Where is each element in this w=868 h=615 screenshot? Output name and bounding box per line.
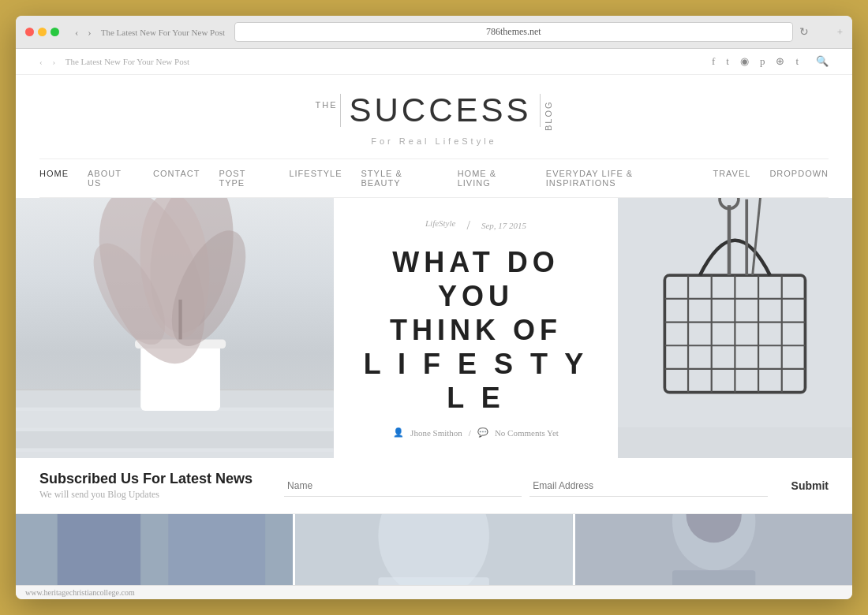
thumbnail-1[interactable] — [16, 514, 293, 585]
refresh-button[interactable]: ↻ — [799, 25, 809, 39]
svg-rect-3 — [16, 411, 334, 428]
breadcrumb-forward[interactable]: › — [52, 57, 55, 66]
svg-rect-15 — [618, 427, 852, 458]
search-icon[interactable]: 🔍 — [816, 55, 829, 68]
comment-icon: 💬 — [477, 427, 488, 438]
newsletter-subtitle: We will send you Blog Updates — [39, 489, 253, 501]
svg-rect-4 — [16, 431, 334, 449]
browser-nav: ‹ › — [72, 24, 95, 40]
logo-success: SUCCESS — [340, 94, 540, 127]
hero-category: LifeStyle — [425, 218, 456, 228]
svg-point-34 — [379, 514, 490, 585]
newsletter-submit-button[interactable]: Submit — [791, 479, 829, 492]
maximize-dot[interactable] — [51, 28, 59, 36]
nav-style-beauty[interactable]: STYLE & BEAUTY — [361, 169, 438, 188]
close-dot[interactable] — [25, 28, 34, 36]
pinterest-icon[interactable]: p — [760, 55, 765, 68]
newsletter-section: Subscribed Us For Latest News We will se… — [16, 458, 852, 514]
thumbnails-section — [16, 514, 852, 585]
hero-author: Jhone Smithon — [410, 428, 462, 438]
newsletter-title: Subscribed Us For Latest News — [39, 471, 253, 487]
nav-post-type[interactable]: POST TYPE — [219, 169, 270, 188]
status-url: www.heritagechristiancollege.com — [25, 588, 135, 597]
hero-sep2: / — [469, 428, 471, 438]
instagram-icon[interactable]: ◉ — [740, 55, 749, 68]
back-button[interactable]: ‹ — [72, 24, 81, 40]
hero-meta-top: LifeStyle / Sep, 17 2015 — [425, 218, 526, 233]
newsletter-email-input[interactable] — [529, 475, 767, 497]
hero-title-line2: THINK OF — [350, 313, 602, 347]
hero-date: Sep, 17 2015 — [481, 221, 526, 230]
logo-blog: BLOG — [544, 100, 553, 132]
breadcrumb-back[interactable]: ‹ — [39, 57, 43, 66]
facebook-icon[interactable]: f — [712, 55, 715, 68]
social-bar: f t ◉ p ⊕ t 🔍 — [712, 55, 829, 68]
thumbnail-3[interactable] — [575, 514, 852, 585]
newsletter-name-input[interactable] — [284, 475, 522, 497]
logo-section: THE SUCCESS BLOG For Real LifeStyle — [16, 75, 852, 158]
top-bar-nav: ‹ › The Latest New For Your New Post — [39, 57, 189, 66]
svg-rect-38 — [672, 570, 755, 585]
basket-bg — [618, 198, 852, 458]
hero-left-image — [16, 198, 334, 458]
hero-right-image — [618, 198, 852, 458]
hero-title-line1: WHAT DO YOU — [350, 245, 602, 313]
logo-container: THE SUCCESS BLOG — [315, 94, 552, 132]
hero-meta-bottom: 👤 Jhone Smithon / 💬 No Comments Yet — [393, 427, 559, 438]
status-bar: www.heritagechristiancollege.com — [16, 585, 852, 599]
nav-lifestyle[interactable]: LIFESTYLE — [289, 169, 342, 188]
google-icon[interactable]: ⊕ — [776, 55, 784, 68]
hero-title-line3: L I F E S T Y L E — [350, 347, 602, 415]
logo-tagline: For Real LifeStyle — [16, 136, 852, 146]
nav-everyday-life[interactable]: EVERYDAY LIFE & INSPIRATIONS — [546, 169, 694, 188]
nav-home-living[interactable]: HOME & LIVING — [458, 169, 527, 188]
top-bar: ‹ › The Latest New For Your New Post f t… — [16, 49, 852, 75]
svg-rect-31 — [58, 514, 140, 585]
svg-rect-32 — [168, 514, 265, 585]
twitter-icon[interactable]: t — [726, 55, 729, 68]
plant-bg — [16, 198, 334, 458]
breadcrumb-text: The Latest New For Your New Post — [65, 57, 189, 66]
forward-button[interactable]: › — [84, 24, 94, 40]
nav-travel[interactable]: TRAVEL — [713, 169, 750, 188]
thumbnail-2[interactable] — [295, 514, 572, 585]
svg-rect-5 — [16, 452, 334, 458]
hero-center: LifeStyle / Sep, 17 2015 WHAT DO YOU THI… — [334, 198, 618, 458]
url-bar[interactable]: 786themes.net — [234, 22, 793, 42]
svg-rect-35 — [379, 577, 490, 585]
main-navigation: HOME ABOUT US CONTACT POST TYPE LIFESTYL… — [39, 158, 829, 198]
minimize-dot[interactable] — [38, 28, 47, 36]
author-icon: 👤 — [393, 427, 404, 438]
newsletter-form: Submit — [284, 475, 829, 497]
browser-chrome: ‹ › The Latest New For Your New Post 786… — [16, 16, 852, 49]
nav-contact[interactable]: CONTACT — [153, 169, 200, 188]
nav-dropdown[interactable]: DROPDOWN — [769, 169, 829, 188]
hero-comments: No Comments Yet — [495, 428, 559, 438]
browser-window: ‹ › The Latest New For Your New Post 786… — [16, 16, 852, 599]
nav-home[interactable]: HOME — [39, 169, 69, 188]
newsletter-text: Subscribed Us For Latest News We will se… — [39, 471, 253, 501]
hero-title: WHAT DO YOU THINK OF L I F E S T Y L E — [350, 245, 602, 416]
new-tab-button[interactable]: + — [837, 26, 843, 39]
hero-sep1: / — [466, 218, 470, 233]
basket-svg — [618, 198, 852, 458]
tumblr-icon[interactable]: t — [795, 55, 799, 68]
browser-dots — [25, 28, 59, 36]
page-title-bar: The Latest New For Your New Post — [101, 28, 225, 37]
plant-svg — [16, 198, 334, 458]
hero-section: LifeStyle / Sep, 17 2015 WHAT DO YOU THI… — [16, 198, 852, 458]
logo-the: THE — [315, 100, 337, 110]
nav-about[interactable]: ABOUT US — [88, 169, 134, 188]
webpage: ‹ › The Latest New For Your New Post f t… — [16, 49, 852, 585]
